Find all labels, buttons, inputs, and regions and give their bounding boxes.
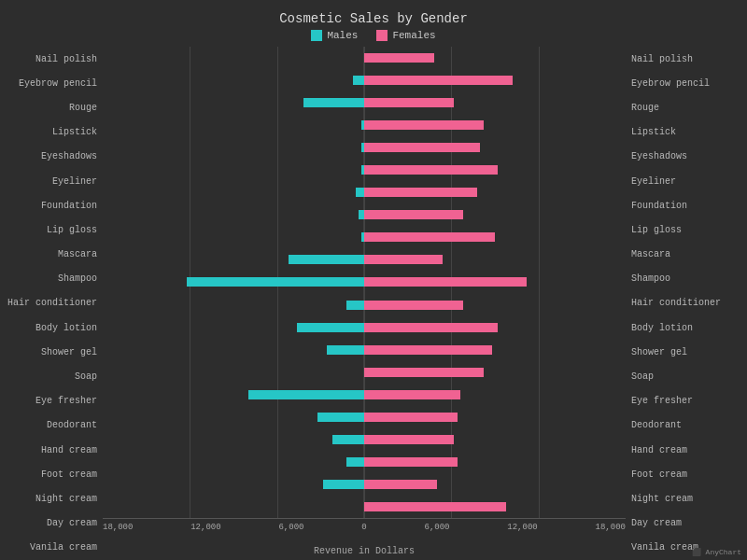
label-left-18: Night cream — [6, 494, 97, 504]
label-right-8: Mascara — [631, 249, 741, 259]
label-right-18: Night cream — [631, 494, 741, 504]
legend: Males Females — [311, 30, 435, 41]
label-right-5: Eyeliner — [631, 176, 741, 187]
female-bar-6 — [364, 188, 477, 197]
females-color-box — [376, 30, 388, 41]
female-bar-18 — [364, 457, 458, 467]
male-bar-9 — [289, 255, 364, 264]
label-left-13: Soap — [6, 371, 97, 382]
chart-title: Cosmetic Sales by Gender — [279, 11, 468, 26]
female-bar-11 — [364, 301, 463, 310]
female-bar-7 — [364, 210, 463, 219]
female-bar-16 — [364, 413, 458, 422]
female-bar-14 — [364, 368, 484, 377]
female-bar-0 — [364, 53, 434, 63]
bar-row-4 — [103, 136, 626, 159]
label-left-3: Lipstick — [6, 127, 97, 137]
male-bar-12 — [297, 323, 364, 332]
label-left-17: Foot cream — [6, 469, 97, 480]
bar-row-19 — [103, 473, 626, 496]
male-bar-16 — [317, 413, 364, 422]
label-left-7: Lip gloss — [6, 225, 97, 235]
chart-area: 18,00012,0006,00006,00012,00018,000 Reve… — [103, 47, 626, 560]
female-bar-15 — [364, 390, 460, 399]
x-axis-label: Revenue in Dollars — [103, 546, 626, 556]
female-bar-3 — [364, 120, 484, 130]
legend-males: Males — [311, 30, 358, 41]
female-bar-9 — [364, 255, 443, 264]
bars-area — [103, 47, 626, 518]
label-left-6: Foundation — [6, 201, 97, 211]
label-right-17: Foot cream — [631, 469, 741, 480]
male-bar-2 — [303, 98, 364, 107]
bar-row-5 — [103, 159, 626, 181]
female-bar-1 — [364, 76, 513, 85]
bar-row-1 — [103, 69, 626, 91]
bar-row-15 — [103, 384, 626, 406]
label-left-2: Rouge — [6, 103, 97, 113]
bar-row-10 — [103, 271, 626, 293]
label-left-11: Body lotion — [6, 323, 97, 333]
male-bar-19 — [323, 480, 364, 489]
bar-row-13 — [103, 339, 626, 361]
bar-row-16 — [103, 406, 626, 428]
label-right-2: Rouge — [631, 103, 741, 113]
x-tick-2: 6,000 — [278, 523, 303, 532]
label-right-12: Shower gel — [631, 347, 741, 357]
females-label: Females — [392, 30, 435, 41]
male-bar-15 — [248, 390, 364, 399]
bar-row-3 — [103, 114, 626, 136]
label-right-3: Lipstick — [631, 127, 741, 137]
bar-row-18 — [103, 451, 626, 473]
female-bar-13 — [364, 345, 492, 355]
anychart-logo: ⬛ AnyChart — [692, 548, 741, 556]
label-left-20: Vanila cream — [6, 542, 97, 553]
label-right-10: Hair conditioner — [631, 298, 741, 308]
label-left-12: Shower gel — [6, 347, 97, 357]
x-tick-1: 12,000 — [190, 523, 220, 532]
label-left-19: Day cream — [6, 518, 97, 528]
female-bar-10 — [364, 277, 527, 287]
males-label: Males — [327, 30, 358, 41]
male-bar-13 — [327, 345, 364, 355]
female-bar-2 — [364, 98, 454, 107]
female-bar-4 — [364, 143, 480, 152]
bar-row-0 — [103, 47, 626, 69]
labels-right: Nail polishEyebrow pencilRougeLipstickEy… — [626, 47, 747, 560]
x-tick-4: 6,000 — [424, 523, 449, 532]
female-bar-19 — [364, 480, 437, 489]
label-right-6: Foundation — [631, 201, 741, 211]
label-right-4: Eyeshadows — [631, 151, 741, 161]
female-bar-8 — [364, 232, 495, 242]
bar-row-6 — [103, 181, 626, 203]
label-left-8: Mascara — [6, 249, 97, 259]
female-bar-12 — [364, 323, 498, 332]
bar-row-8 — [103, 226, 626, 248]
male-bar-6 — [356, 188, 364, 197]
male-bar-11 — [346, 301, 364, 310]
label-right-0: Nail polish — [631, 54, 741, 64]
label-left-16: Hand cream — [6, 445, 97, 455]
label-right-15: Deodorant — [631, 420, 741, 430]
male-bar-1 — [353, 76, 364, 85]
label-right-1: Eyebrow pencil — [631, 78, 741, 89]
legend-females: Females — [376, 30, 435, 41]
males-color-box — [311, 30, 322, 41]
label-left-5: Eyeliner — [6, 176, 97, 187]
x-tick-5: 12,000 — [507, 523, 537, 532]
label-left-9: Shampoo — [6, 273, 97, 284]
male-bar-18 — [346, 457, 364, 467]
bar-row-9 — [103, 248, 626, 271]
chart-container: Cosmetic Sales by Gender Males Females N… — [0, 0, 747, 560]
chart-body: Nail polishEyebrow pencilRougeLipstickEy… — [0, 47, 747, 560]
male-bar-10 — [187, 277, 364, 287]
bar-row-11 — [103, 294, 626, 316]
x-axis: 18,00012,0006,00006,00012,00018,000 — [103, 518, 626, 546]
female-bar-20 — [364, 502, 506, 511]
label-right-11: Body lotion — [631, 323, 741, 333]
label-left-0: Nail polish — [6, 54, 97, 64]
label-left-4: Eyeshadows — [6, 151, 97, 161]
label-left-14: Eye fresher — [6, 396, 97, 406]
label-right-19: Day cream — [631, 518, 741, 528]
label-right-7: Lip gloss — [631, 225, 741, 235]
